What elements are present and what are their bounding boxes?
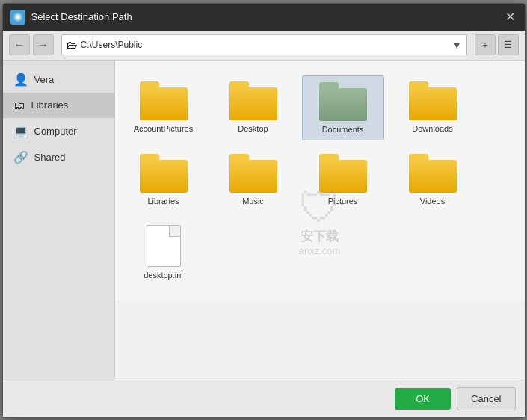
folder-icon-pictures bbox=[319, 154, 367, 193]
file-name-downloads: Downloads bbox=[412, 124, 452, 133]
file-area: AccountPictures Desktop bbox=[115, 61, 525, 300]
file-doc-icon-desktop-ini bbox=[147, 225, 181, 267]
vera-icon: 👤 bbox=[13, 72, 28, 87]
dialog-title: Select Destination Path bbox=[31, 11, 504, 22]
shared-icon: 🔗 bbox=[13, 150, 28, 164]
file-name-libraries: Libraries bbox=[147, 197, 179, 206]
title-bar: Select Destination Path ✕ bbox=[3, 4, 525, 31]
folder-icon-music bbox=[229, 154, 277, 193]
file-name-videos: Videos bbox=[420, 197, 445, 206]
libraries-icon: 🗂 bbox=[13, 99, 25, 112]
file-name-desktop: Desktop bbox=[238, 124, 268, 133]
sidebar-item-label-vera: Vera bbox=[34, 74, 55, 85]
folder-icon-videos bbox=[409, 154, 457, 193]
forward-button[interactable]: → bbox=[33, 34, 54, 55]
folder-icon-desktop bbox=[229, 81, 277, 120]
main-content: 👤 Vera 🗂 Libraries 💻 Computer 🔗 Shared bbox=[3, 61, 525, 380]
file-item-pictures[interactable]: Pictures bbox=[302, 148, 384, 211]
cancel-button[interactable]: Cancel bbox=[457, 387, 515, 410]
file-grid: AccountPictures Desktop bbox=[123, 75, 517, 285]
current-path: C:\Users\Public bbox=[81, 40, 143, 50]
sidebar-item-vera[interactable]: 👤 Vera bbox=[3, 67, 114, 93]
back-button[interactable]: ← bbox=[9, 34, 30, 55]
folder-icon-documents bbox=[319, 82, 367, 121]
file-item-music[interactable]: Music bbox=[212, 148, 295, 211]
file-item-desktop[interactable]: Desktop bbox=[212, 75, 295, 140]
file-item-documents[interactable]: Documents bbox=[302, 75, 384, 140]
file-item-downloads[interactable]: Downloads bbox=[392, 75, 474, 140]
toolbar: ← → 🗁 C:\Users\Public ▼ ＋ ☰ bbox=[3, 31, 525, 61]
file-name-accountpictures: AccountPictures bbox=[134, 124, 193, 133]
file-name-documents: Documents bbox=[322, 125, 364, 134]
sidebar-item-shared[interactable]: 🔗 Shared bbox=[3, 144, 114, 170]
file-name-music: Music bbox=[242, 197, 264, 206]
view-button[interactable]: ☰ bbox=[498, 34, 519, 55]
sidebar-item-computer[interactable]: 💻 Computer bbox=[3, 118, 114, 144]
sidebar-item-label-shared: Shared bbox=[34, 152, 66, 163]
new-folder-button[interactable]: ＋ bbox=[475, 34, 496, 55]
file-item-accountpictures[interactable]: AccountPictures bbox=[123, 75, 205, 140]
folder-icon-downloads bbox=[409, 81, 457, 120]
path-dropdown-icon[interactable]: ▼ bbox=[452, 40, 462, 51]
file-name-desktop-ini: desktop.ini bbox=[144, 271, 183, 280]
computer-icon: 💻 bbox=[13, 124, 28, 138]
file-item-videos[interactable]: Videos bbox=[392, 148, 474, 211]
sidebar-item-libraries[interactable]: 🗂 Libraries bbox=[3, 93, 114, 118]
file-area-wrapper: AccountPictures Desktop bbox=[115, 61, 525, 380]
file-item-libraries[interactable]: Libraries bbox=[123, 148, 205, 211]
file-name-pictures: Pictures bbox=[328, 197, 358, 206]
sidebar-item-label-computer: Computer bbox=[34, 126, 77, 137]
ok-button[interactable]: OK bbox=[395, 388, 451, 410]
folder-icon-libraries bbox=[140, 154, 188, 193]
sidebar: 👤 Vera 🗂 Libraries 💻 Computer 🔗 Shared bbox=[3, 61, 115, 380]
toolbar-actions: ＋ ☰ bbox=[475, 34, 519, 55]
file-item-desktop-ini[interactable]: desktop.ini bbox=[123, 219, 205, 285]
path-folder-icon: 🗁 bbox=[67, 39, 77, 51]
close-button[interactable]: ✕ bbox=[504, 10, 517, 24]
app-icon bbox=[10, 10, 25, 25]
svg-point-2 bbox=[16, 16, 19, 19]
dialog: Select Destination Path ✕ ← → 🗁 C:\Users… bbox=[2, 3, 526, 418]
path-bar: 🗁 C:\Users\Public ▼ bbox=[61, 34, 467, 55]
sidebar-item-label-libraries: Libraries bbox=[31, 99, 69, 111]
footer: OK Cancel bbox=[3, 380, 525, 417]
folder-icon-accountpictures bbox=[140, 81, 188, 120]
